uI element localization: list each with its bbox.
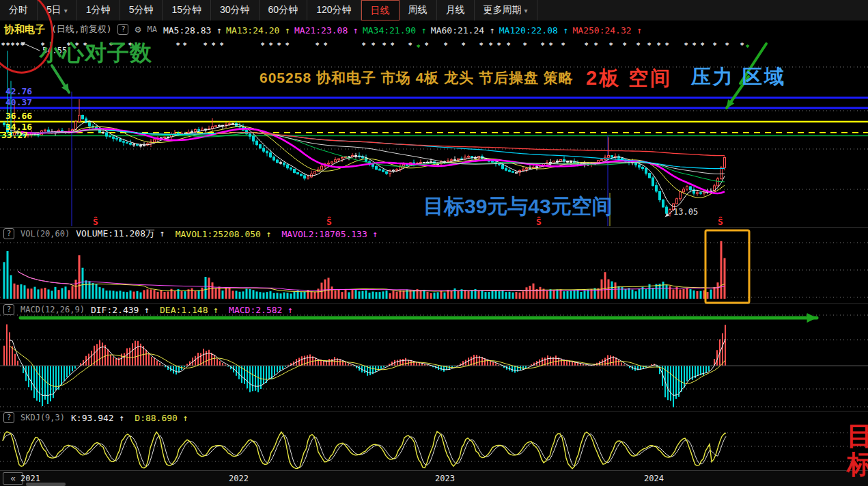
tab-周线[interactable]: 周线 [400,0,437,21]
annotation-pressure-note: 压力 区域 [691,64,786,91]
svg-text:✱: ✱ [382,40,387,47]
svg-text:✱: ✱ [489,40,493,47]
svg-text:✱: ✱ [16,40,20,47]
svg-text:✱: ✱ [647,40,652,47]
svg-text:✱: ✱ [657,40,661,47]
svg-text:✱: ✱ [725,40,729,47]
indicator-value: DIF:2.439 ↑ [91,305,150,315]
tab-分时[interactable]: 分时 [0,0,38,21]
ma-lines [8,121,725,207]
year-label-2024: 2024 [644,474,664,483]
stock-name: 协和电子 [4,23,45,36]
indicator-value: D:88.690 ↑ [135,413,188,423]
indicator-value: MA250:24.32 ↑ [573,25,643,36]
svg-text:✱: ✱ [372,40,376,47]
indicator-value: MAVOL2:18705.133 ↑ [282,229,378,239]
svg-text:✱: ✱ [261,40,265,47]
svg-text:✱: ✱ [746,42,750,49]
gear-icon[interactable]: ⚙ [135,23,141,36]
svg-text:✱: ✱ [212,40,216,47]
svg-text:✱: ✱ [497,40,501,47]
grid-lines [0,67,868,461]
indicator-value: MA60:21.24 ↑ [431,25,495,36]
indicator-name[interactable]: VOL(20,60) [20,229,70,239]
skdj-lines [3,431,726,468]
indicator-name[interactable]: MACD(12,26,9) [20,305,85,314]
scrollbar-thumb[interactable] [26,483,66,486]
svg-text:✱: ✱ [594,40,598,47]
skdj-panel-header: ?SKDJ(9,3)K:93.942 ↑D:88.690 ↑ [3,412,193,423]
tab-60分钟[interactable]: 60分钟 [260,0,308,21]
tab-120分钟[interactable]: 120分钟 [307,0,361,21]
svg-text:✱: ✱ [585,40,589,47]
indicator-value: K:93.942 ↑ [71,413,124,423]
indicator-value: MA120:22.08 ↑ [499,25,569,36]
svg-text:Ŝ: Ŝ [93,217,98,227]
svg-text:✱: ✱ [609,40,613,47]
highlight-box [705,230,749,303]
svg-text:✱: ✱ [6,40,10,47]
tab-5分钟[interactable]: 5分钟 [120,0,163,21]
svg-text:✱: ✱ [561,40,565,47]
svg-text:✱: ✱ [444,40,448,47]
help-icon[interactable]: ? [3,304,14,315]
indicator-value: DEA:1.148 ↑ [160,305,219,315]
indicator-name[interactable]: SKDJ(9,3) [20,413,65,422]
svg-text:✱: ✱ [362,40,366,47]
tab-1分钟[interactable]: 1分钟 [77,0,120,21]
svg-text:✱: ✱ [204,40,208,47]
ma-values: MA5:28.83 ↑MA13:24.20 ↑MA21:23.08 ↑MA34:… [163,23,646,36]
trading-app-window: 42.7640.3736.6634.1633.2754.5513.05ŜŜŜŜ✱… [0,0,868,486]
help-icon[interactable]: ? [117,24,128,35]
annotation-right-target-note: 目标 [847,422,868,478]
svg-text:✱: ✱ [549,40,553,47]
tab-5日[interactable]: 5日▾ [38,0,77,21]
svg-text:42.76: 42.76 [5,86,32,96]
indicator-value: MA5:28.83 ↑ [163,25,222,36]
svg-text:✱: ✱ [740,40,744,47]
svg-text:✱: ✱ [220,40,224,47]
svg-text:✱: ✱ [665,40,669,47]
svg-text:✱: ✱ [541,40,545,47]
svg-text:✱: ✱ [324,40,328,47]
svg-text:✱: ✱ [417,42,421,49]
indicator-value: MACD:2.582 ↑ [229,305,293,315]
svg-text:✱: ✱ [425,40,429,47]
svg-text:33.27: 33.27 [1,130,28,140]
svg-text:✱: ✱ [269,40,273,47]
indicator-value: MA34:21.90 ↑ [363,25,427,36]
tab-月线[interactable]: 月线 [437,0,475,21]
svg-text:✱: ✱ [623,40,627,47]
annotation-green-note: 小心对子数 [40,38,152,68]
help-icon[interactable]: ? [3,228,14,239]
svg-text:✱: ✱ [479,40,484,47]
svg-text:Ŝ: Ŝ [326,217,332,227]
svg-text:✱: ✱ [11,40,15,47]
volume-panel-header: ?VOL(20,60)VOLUME:11.208万 ↑MAVOL1:25208.… [3,228,382,239]
svg-text:✱: ✱ [701,40,705,47]
annotation-target-note: 目标39元与43元空间 [423,193,613,221]
year-label-2021: 2021 [20,474,40,483]
year-label-2022: 2022 [229,474,249,483]
stock-info-row: 协和电子 (日线,前复权) ? ⚙ MA MA5:28.83 ↑MA13:24.… [4,21,646,38]
annotation-strategy-title: 605258 协和电子 市场 4板 龙头 节后操盘 策略 [260,68,574,87]
tab-15分钟[interactable]: 15分钟 [163,0,211,21]
svg-text:40.37: 40.37 [5,97,32,107]
svg-text:Ŝ: Ŝ [718,217,723,227]
ma-indicator-label[interactable]: MA [148,25,157,34]
help-icon[interactable]: ? [3,412,14,423]
svg-text:✱: ✱ [277,40,281,47]
svg-text:✱: ✱ [692,40,697,47]
year-label-2023: 2023 [435,474,455,483]
macd-histogram [0,324,868,407]
svg-text:13.05: 13.05 [673,207,698,217]
svg-text:✱: ✱ [1,40,5,47]
svg-text:✱: ✱ [408,40,412,47]
time-axis-bar: « 2021202220232024 [0,470,868,486]
tab-日线[interactable]: 日线 [361,0,400,21]
chevron-down-icon: ▾ [64,7,68,14]
tab-30分钟[interactable]: 30分钟 [211,0,260,21]
tab-更多周期[interactable]: 更多周期▾ [475,0,537,21]
annotation-space-note: 2板 空间 [586,65,672,92]
svg-text:36.66: 36.66 [5,111,32,121]
